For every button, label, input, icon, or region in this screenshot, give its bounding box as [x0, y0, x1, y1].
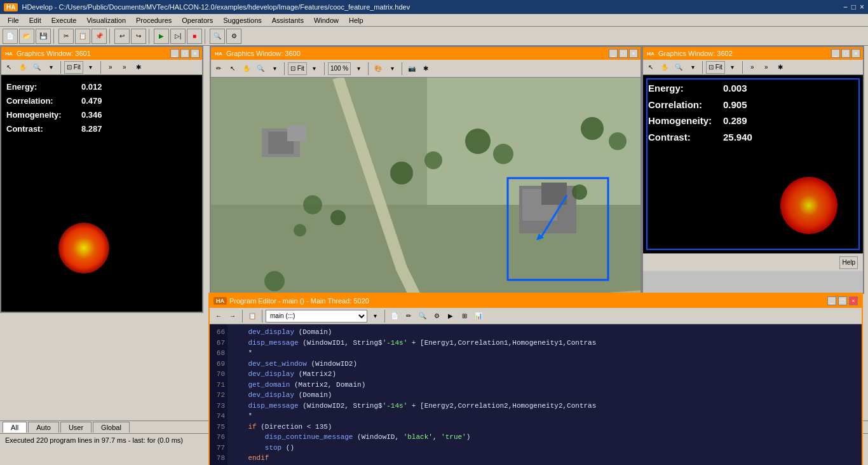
gw3601-minimize[interactable]: _: [170, 49, 179, 58]
gw3600-tb-camera[interactable]: 📷: [405, 62, 418, 75]
svg-point-16: [493, 144, 513, 164]
gw3600-tb-hand[interactable]: ✋: [240, 62, 253, 75]
pe-copy-icon[interactable]: 📋: [246, 310, 259, 323]
minimize-btn[interactable]: −: [843, 3, 848, 11]
pe-icon3[interactable]: 🔍: [416, 310, 429, 323]
gw3601-tb-zoom[interactable]: 🔍: [31, 61, 43, 74]
tb-step[interactable]: ▷|: [170, 29, 186, 44]
contrast-label-3601: Contrast:: [6, 122, 76, 136]
gw3602-tb-arrow[interactable]: ↖: [644, 61, 657, 74]
gw3601-maximize[interactable]: □: [180, 49, 189, 58]
gw3602-content: Energy: 0.003 Correlation: 0.905 Homogen…: [643, 75, 863, 253]
svg-point-20: [264, 271, 285, 291]
tb-new[interactable]: 📄: [3, 29, 18, 44]
pe-forward[interactable]: →: [226, 310, 239, 323]
gw3600-controls[interactable]: _ □ ×: [609, 49, 638, 58]
menu-operators[interactable]: Operators: [177, 15, 218, 25]
tb-cut[interactable]: ✂: [58, 29, 74, 44]
gw3600-tb-more[interactable]: ▾: [268, 62, 281, 75]
menu-assistants[interactable]: Assistants: [267, 15, 309, 25]
tb-open[interactable]: 📂: [19, 29, 34, 44]
prog-editor-code[interactable]: 6667686970 7172737475 76777879 dev_displ…: [210, 324, 862, 465]
pe-icon2[interactable]: ✏: [402, 310, 415, 323]
tb-settings[interactable]: ⚙: [226, 29, 241, 44]
menu-suggestions[interactable]: Suggestions: [218, 15, 267, 25]
menu-help[interactable]: Help: [344, 15, 369, 25]
gw3600-tb-arrow[interactable]: ↖: [226, 62, 239, 75]
gw3600-fit-btn[interactable]: ⊡ Fit: [288, 62, 307, 75]
gw3601-controls[interactable]: _ □ ×: [170, 49, 200, 58]
gw3601-tb-hand[interactable]: ✋: [17, 61, 29, 74]
gw3602-fit-btn[interactable]: ⊡ Fit: [706, 61, 725, 74]
prog-editor-close[interactable]: ×: [849, 296, 858, 305]
code-content[interactable]: dev_display (Domain) disp_message (Windo…: [227, 324, 862, 465]
pe-icon4[interactable]: ⚙: [430, 310, 443, 323]
prog-editor-controls[interactable]: _ □ ×: [827, 296, 858, 305]
gw3600-tb-edit[interactable]: ✏: [212, 62, 225, 75]
tb-sep4: [205, 29, 207, 44]
prog-editor-minimize[interactable]: _: [827, 296, 836, 305]
gw3602-minimize[interactable]: _: [831, 49, 840, 58]
gw3601-tb-v[interactable]: ▾: [85, 61, 97, 74]
pe-icon7[interactable]: 📊: [472, 310, 485, 323]
gw3600-zoom-drop[interactable]: ▾: [352, 62, 365, 75]
gw3601-fit-btn[interactable]: ⊡ Fit: [64, 61, 83, 74]
tb-run[interactable]: ▶: [154, 29, 169, 44]
gw3602-close[interactable]: ×: [851, 49, 860, 58]
gw3602-tb-star[interactable]: ✱: [774, 61, 787, 74]
gw3600-minimize[interactable]: _: [609, 49, 618, 58]
gw3602-toolbar: ↖ ✋ 🔍 ▾ ⊡ Fit ▾ » » ✱: [643, 60, 863, 75]
maximize-btn[interactable]: □: [851, 3, 856, 11]
gw3602-tb-prev[interactable]: »: [746, 61, 759, 74]
gw3602-maximize[interactable]: □: [841, 49, 850, 58]
tab-global[interactable]: Global: [93, 422, 130, 433]
gw3600-zoom-btn[interactable]: 100 %: [328, 62, 351, 75]
gw3600-maximize[interactable]: □: [619, 49, 628, 58]
contrast-label-3602: Contrast:: [648, 129, 718, 146]
gw3601-tb-star[interactable]: ✱: [132, 61, 145, 74]
menu-visualization[interactable]: Visualization: [81, 15, 131, 25]
gw3601-close[interactable]: ×: [191, 49, 200, 58]
gw3601-tb-next[interactable]: »: [118, 61, 131, 74]
gw3602-tb-hand[interactable]: ✋: [658, 61, 671, 74]
tb-save[interactable]: 💾: [36, 29, 51, 44]
gw3602-tb-zoom[interactable]: 🔍: [672, 61, 685, 74]
gw3600-color-icon[interactable]: 🎨: [372, 62, 384, 75]
gw3602-tb-more[interactable]: ▾: [686, 61, 699, 74]
tb-copy[interactable]: 📋: [75, 29, 90, 44]
gw3600-tb-zoom[interactable]: 🔍: [254, 62, 267, 75]
gw3600-fit-drop[interactable]: ▾: [308, 62, 321, 75]
tab-auto[interactable]: Auto: [28, 422, 59, 433]
tab-user[interactable]: User: [60, 422, 92, 433]
pe-icon1[interactable]: 📄: [388, 310, 401, 323]
gw3602-controls[interactable]: _ □ ×: [831, 49, 860, 58]
gw3602-fit-drop[interactable]: ▾: [726, 61, 739, 74]
gw3600-close[interactable]: ×: [629, 49, 638, 58]
tab-all[interactable]: All: [3, 422, 27, 433]
gw3600-tb-star[interactable]: ✱: [419, 62, 432, 75]
gw3602-tb-next[interactable]: »: [760, 61, 773, 74]
pe-drop[interactable]: ▾: [369, 310, 381, 323]
gw3601-tb-prev[interactable]: »: [104, 61, 117, 74]
menu-window[interactable]: Window: [309, 15, 344, 25]
gw3601-tb-more[interactable]: ▾: [44, 61, 57, 74]
gw3602-help-btn[interactable]: Help: [839, 256, 858, 269]
prog-editor-maximize[interactable]: □: [838, 296, 847, 305]
title-controls[interactable]: − □ ×: [843, 3, 864, 11]
pe-icon5[interactable]: ▶: [444, 310, 457, 323]
tb-debug[interactable]: 🔍: [210, 29, 225, 44]
tb-redo[interactable]: ↪: [131, 29, 146, 44]
tb-stop[interactable]: ■: [187, 29, 202, 44]
gw3600-tb-drop[interactable]: ▾: [386, 62, 398, 75]
pe-procedure-select[interactable]: main (:::): [266, 310, 367, 323]
menu-procedures[interactable]: Procedures: [131, 15, 177, 25]
menu-execute[interactable]: Execute: [46, 15, 82, 25]
menu-file[interactable]: File: [3, 15, 24, 25]
pe-icon6[interactable]: ⊞: [458, 310, 471, 323]
gw3601-tb-arrow[interactable]: ↖: [3, 61, 15, 74]
tb-undo[interactable]: ↩: [114, 29, 130, 44]
close-btn[interactable]: ×: [860, 3, 864, 11]
pe-back[interactable]: ←: [212, 310, 225, 323]
menu-edit[interactable]: Edit: [24, 15, 46, 25]
tb-paste[interactable]: 📌: [92, 29, 107, 44]
